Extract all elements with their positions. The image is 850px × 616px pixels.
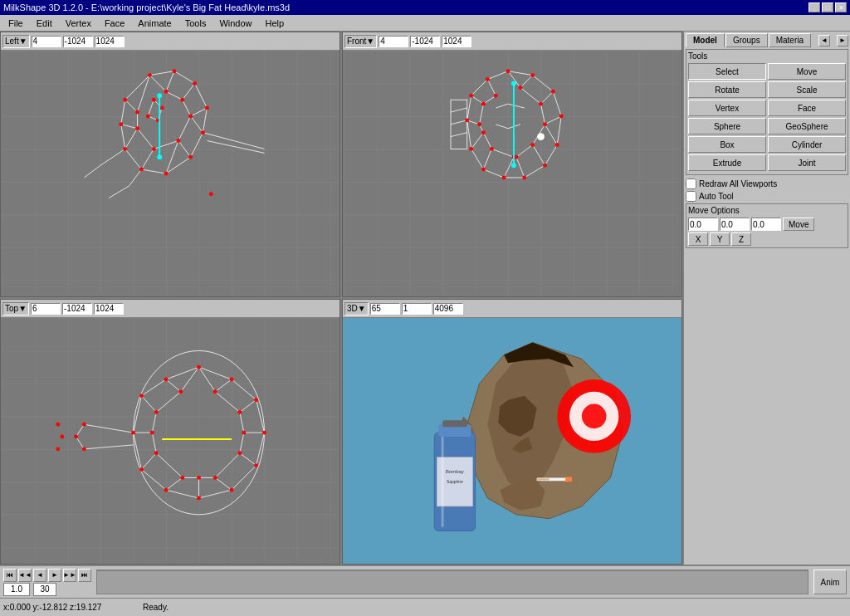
close-button[interactable]: ✕	[835, 2, 847, 12]
viewport-top-range-min[interactable]	[62, 303, 92, 315]
viewport-3d-canvas[interactable]: Bombay Sapphire	[343, 318, 681, 564]
svg-point-33	[205, 106, 209, 110]
move-y-input[interactable]	[720, 218, 750, 231]
viewport-top[interactable]: Top▼	[0, 299, 340, 565]
viewport-top-view-dropdown[interactable]: Top▼	[2, 302, 29, 315]
viewport-front-canvas[interactable]	[343, 51, 681, 296]
wireframe-top-svg	[1, 318, 340, 564]
axis-x-button[interactable]: X	[688, 232, 708, 246]
sphere-button[interactable]: Sphere	[688, 118, 766, 134]
viewport-front-range-max[interactable]	[442, 36, 471, 47]
move-button[interactable]: Move	[768, 63, 846, 80]
move-options-label: Move Options	[688, 206, 846, 215]
play-button[interactable]: ►	[48, 569, 61, 582]
extrude-button[interactable]: Extrude	[688, 154, 766, 171]
svg-point-171	[82, 423, 86, 427]
scale-button[interactable]: Scale	[768, 81, 846, 98]
viewport-left-range-min[interactable]	[63, 36, 93, 47]
vertex-button[interactable]: Vertex	[688, 100, 766, 116]
svg-point-45	[152, 147, 156, 151]
goto-end-button[interactable]: ⏭	[78, 569, 91, 582]
viewport-left[interactable]: Left▼	[0, 32, 340, 297]
joint-button[interactable]: Joint	[768, 154, 846, 171]
viewport-front-view-dropdown[interactable]: Front▼	[344, 35, 377, 48]
tab-groups[interactable]: Groups	[725, 33, 768, 47]
wireframe-front-svg	[343, 51, 681, 296]
viewport-front-range-min[interactable]	[410, 36, 440, 47]
viewport-3d-zoom[interactable]	[370, 303, 400, 315]
prev-frame-button[interactable]: ◄	[33, 569, 46, 582]
minimize-button[interactable]: _	[808, 2, 820, 12]
svg-point-173	[82, 447, 86, 451]
tab-model[interactable]: Model	[686, 33, 725, 47]
wireframe-left-svg	[1, 51, 340, 296]
menu-help[interactable]: Help	[259, 17, 291, 30]
viewport-top-canvas[interactable]	[1, 318, 340, 564]
menu-tools[interactable]: Tools	[178, 17, 213, 30]
total-frames-input[interactable]	[33, 583, 56, 596]
axis-z-button[interactable]: Z	[731, 232, 751, 246]
redraw-checkbox-row: Redraw All Viewports	[686, 178, 848, 189]
viewport-left-zoom[interactable]	[32, 36, 61, 47]
title-bar-buttons: _ □ ✕	[808, 2, 847, 12]
svg-point-153	[230, 488, 234, 492]
maximize-button[interactable]: □	[822, 2, 833, 12]
svg-point-31	[172, 69, 176, 73]
rotate-button[interactable]: Rotate	[688, 81, 766, 98]
panel-arrow-right[interactable]: ►	[837, 35, 848, 46]
menu-edit[interactable]: Edit	[30, 17, 59, 30]
anim-button[interactable]: Anim	[813, 570, 847, 594]
menu-vertex[interactable]: Vertex	[59, 17, 98, 30]
svg-point-116	[538, 134, 545, 140]
svg-point-99	[469, 94, 473, 98]
svg-rect-197	[537, 478, 550, 480]
svg-point-182	[582, 404, 607, 429]
move-z-input[interactable]	[751, 218, 781, 231]
redraw-all-viewports-checkbox[interactable]	[686, 178, 696, 189]
svg-point-94	[522, 175, 526, 179]
viewport-front[interactable]: Front▼	[342, 32, 682, 297]
viewport-front-zoom[interactable]	[379, 36, 408, 47]
svg-point-115	[511, 163, 516, 168]
svg-point-107	[490, 147, 494, 151]
svg-point-158	[139, 394, 144, 398]
svg-point-43	[188, 114, 193, 118]
viewport-3d[interactable]: 3D▼	[342, 299, 682, 565]
menu-animate[interactable]: Animate	[131, 17, 178, 30]
box-button[interactable]: Box	[688, 136, 766, 153]
svg-point-51	[146, 114, 150, 118]
timeline-track[interactable]	[96, 570, 808, 594]
select-button[interactable]: Select	[688, 63, 766, 80]
geosphere-button[interactable]: GeoSphere	[768, 118, 846, 134]
prev-key-button[interactable]: ◄◄	[18, 569, 32, 582]
panel-tabs-row: Model Groups Materia ◄ ►	[686, 33, 848, 47]
viewport-left-view-dropdown[interactable]: Left▼	[2, 35, 30, 48]
goto-start-button[interactable]: ⏮	[3, 569, 17, 582]
menu-window[interactable]: Window	[212, 17, 258, 30]
viewport-top-zoom[interactable]	[31, 303, 61, 315]
next-frame-button[interactable]: ►►	[63, 569, 76, 582]
tab-materials[interactable]: Materia	[769, 33, 811, 47]
viewport-3d-range-max[interactable]	[433, 303, 463, 315]
menu-file[interactable]: File	[2, 17, 30, 30]
svg-point-98	[465, 118, 469, 122]
viewport-left-canvas[interactable]	[1, 51, 340, 296]
face-button[interactable]: Face	[768, 100, 846, 116]
viewport-top-range-max[interactable]	[94, 303, 124, 315]
panel-arrow-left[interactable]: ◄	[818, 35, 830, 46]
timeline-ticks-svg	[97, 570, 808, 594]
viewport-3d-view-dropdown[interactable]: 3D▼	[344, 302, 369, 315]
cylinder-button[interactable]: Cylinder	[768, 136, 846, 153]
viewport-3d-range-min[interactable]	[402, 303, 432, 315]
svg-point-170	[178, 389, 183, 394]
auto-tool-checkbox[interactable]	[686, 191, 696, 202]
move-options-section: Move Options Move X Y Z	[686, 203, 848, 248]
current-frame-input[interactable]	[3, 583, 30, 596]
move-apply-button[interactable]: Move	[783, 218, 814, 231]
axis-y-button[interactable]: Y	[710, 232, 730, 246]
svg-point-101	[518, 86, 522, 90]
svg-point-32	[193, 81, 197, 86]
move-x-input[interactable]	[688, 218, 718, 231]
viewport-left-range-max[interactable]	[95, 36, 125, 47]
menu-face[interactable]: Face	[98, 17, 131, 30]
